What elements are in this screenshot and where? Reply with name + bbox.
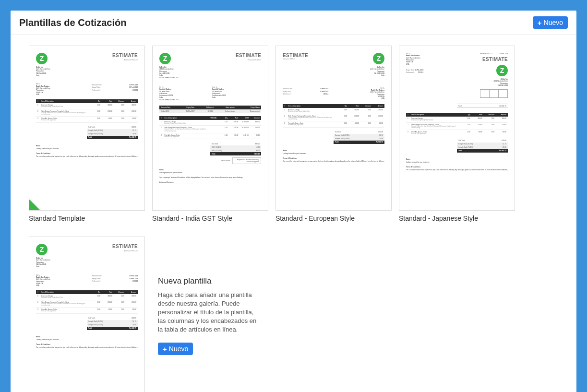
new-template-description: Haga clic para añadir una plantilla desd… <box>158 291 263 334</box>
templates-panel: Plantillas de Cotización + Nuevo Z Zylke… <box>11 11 576 392</box>
page-title: Plantillas de Cotización <box>19 17 126 28</box>
company-logo-icon: Z <box>159 53 171 64</box>
new-template-button-tile[interactable]: + Nuevo <box>158 343 193 355</box>
template-card-gst[interactable]: Z Zylker Inc 4141 Hacienda Drive Pleasan… <box>152 46 268 222</box>
template-name: Standard - India GST Style <box>152 214 268 222</box>
template-name: Standard - European Style <box>276 214 392 222</box>
company-logo-icon: Z <box>496 65 508 76</box>
new-button-label: Nuevo <box>169 345 188 353</box>
template-name: Standard Template <box>29 214 145 222</box>
company-logo-icon: Z <box>36 244 48 255</box>
new-template-tile: Nueva plantilla Haga clic para añadir un… <box>152 237 268 392</box>
template-name: Standard - Japanese Style <box>399 214 515 222</box>
panel-header: Plantillas de Cotización + Nuevo <box>11 11 576 35</box>
new-template-button-header[interactable]: + Nuevo <box>533 16 568 29</box>
template-thumbnail: Z Zylker Inc 4141 Hacienda Drive Pleasan… <box>276 46 392 211</box>
template-card-standard[interactable]: Z Zylker Inc 4141 Hacienda Drive Pleasan… <box>29 46 145 222</box>
templates-grid: Z Zylker Inc 4141 Hacienda Drive Pleasan… <box>11 35 576 392</box>
template-thumbnail: Z Zylker Inc 4141 Hacienda Drive Pleasan… <box>29 237 145 392</box>
company-logo-icon: Z <box>373 53 384 64</box>
template-thumbnail: Z Zylker Inc 4141 Hacienda Drive Pleasan… <box>29 46 145 211</box>
template-card-standard-2[interactable]: Z Zylker Inc 4141 Hacienda Drive Pleasan… <box>29 237 145 392</box>
new-button-label: Nuevo <box>544 19 563 26</box>
template-thumbnail: Bill To Rob & Joe Traders 4141 Hacienda … <box>399 46 515 211</box>
template-card-japanese[interactable]: Bill To Rob & Joe Traders 4141 Hacienda … <box>399 46 515 222</box>
company-logo-icon: Z <box>36 53 48 64</box>
new-template-title: Nueva plantilla <box>158 276 263 286</box>
plus-icon: + <box>163 345 167 353</box>
template-card-european[interactable]: Z Zylker Inc 4141 Hacienda Drive Pleasan… <box>276 46 392 222</box>
plus-icon: + <box>538 19 542 26</box>
template-thumbnail: Z Zylker Inc 4141 Hacienda Drive Pleasan… <box>152 46 268 211</box>
